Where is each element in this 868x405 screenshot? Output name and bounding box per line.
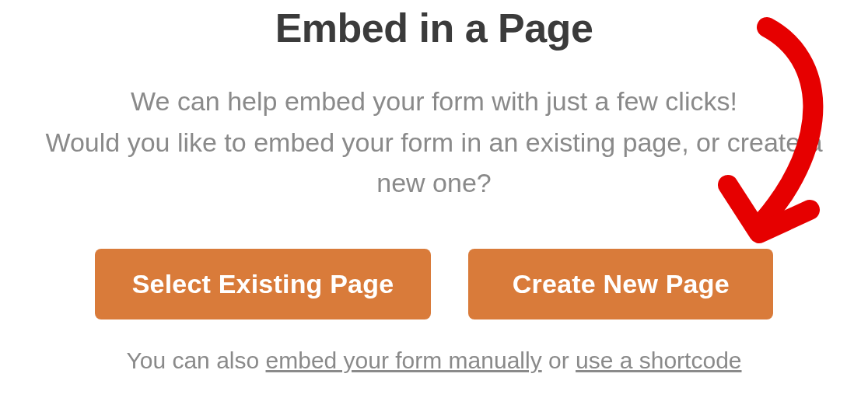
- footer-middle: or: [542, 347, 576, 373]
- footer-text: You can also embed your form manually or…: [126, 347, 741, 374]
- embed-manually-link[interactable]: embed your form manually: [266, 347, 542, 373]
- modal-description: We can help embed your form with just a …: [18, 81, 850, 204]
- description-line-2: Would you like to embed your form in an …: [45, 127, 822, 198]
- select-existing-page-button[interactable]: Select Existing Page: [95, 249, 432, 319]
- modal-title: Embed in a Page: [275, 5, 593, 51]
- embed-modal: Embed in a Page We can help embed your f…: [0, 0, 868, 405]
- create-new-page-button[interactable]: Create New Page: [468, 249, 773, 319]
- button-row: Select Existing Page Create New Page: [95, 249, 774, 319]
- description-line-1: We can help embed your form with just a …: [131, 86, 737, 116]
- use-shortcode-link[interactable]: use a shortcode: [576, 347, 741, 373]
- footer-prefix: You can also: [126, 347, 265, 373]
